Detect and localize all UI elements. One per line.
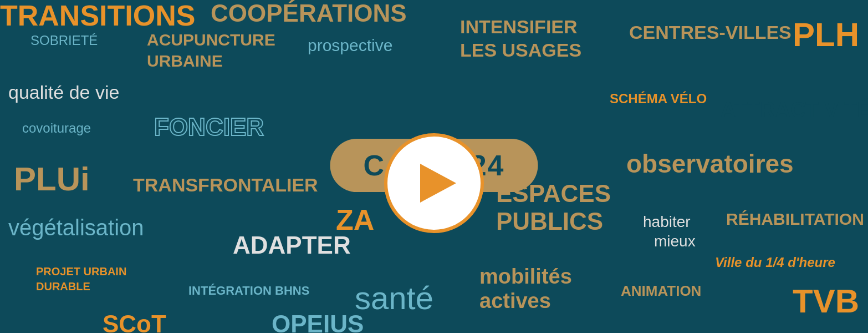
word-item: INTENSIFIER [460,17,578,37]
word-item: OPEIUS [272,311,364,333]
word-item: PROJET URBAIN [36,265,126,278]
word-item: TRANSITIONS [0,0,195,32]
word-item: ADAPTER [233,232,351,259]
play-icon [420,164,456,203]
word-item: DURABLE [36,280,90,292]
word-item: SCoT [103,311,166,333]
word-item: ANIMATION [621,283,701,299]
word-item: qualité de vie [8,82,119,103]
word-item: COOPÉRATIONS [211,0,407,27]
play-button[interactable] [384,133,484,233]
word-item: PLUi [14,161,90,198]
word-item: PLH [793,17,859,53]
word-item: FONCIER [154,114,264,140]
word-item: INTÉGRATION BHNS [188,284,309,297]
word-item: végétalisation [8,215,144,240]
word-item: ATTRACTIVITÉ [721,99,868,122]
word-item: Ville du 1/4 d'heure [715,255,835,270]
word-item: URBAINE [147,52,223,70]
word-item: prospective [308,36,392,54]
word-item: TRANSFRONTALIER [133,175,318,195]
word-item: TVB [793,283,859,320]
word-item: mobilités [479,265,572,289]
word-item: habiter [643,214,691,231]
word-item: mieux [654,233,696,250]
word-item: CENTRES-VILLES [629,22,792,43]
word-item: covoiturage [22,121,91,135]
word-item: PUBLICS [496,208,603,235]
word-item: ACUPUNCTURE [147,31,275,49]
word-item: SCHÉMA VÉLO [610,92,707,106]
word-item: RÉHABILITATION [726,210,864,228]
word-item: santé [355,280,433,316]
word-item: LES USAGES [460,40,581,60]
word-item: SOBRIETÉ [30,33,98,48]
word-item: observatoires [626,150,794,178]
word-item: actives [479,290,551,313]
